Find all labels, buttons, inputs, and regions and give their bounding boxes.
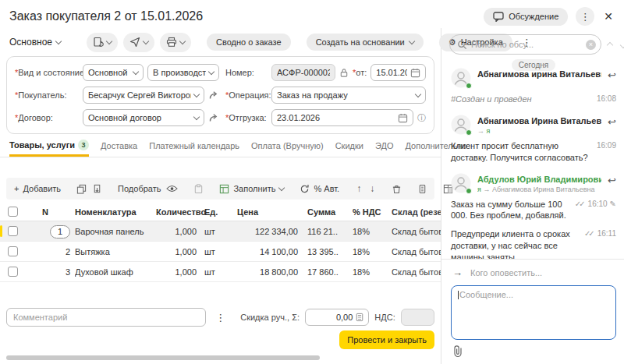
reply-icon[interactable]: ↩ <box>608 173 616 186</box>
clear-search-icon[interactable]: × <box>586 40 596 50</box>
shipment-date-field[interactable]: 23.01.2026 <box>271 109 413 126</box>
order-kind-select[interactable]: Основной <box>83 64 144 81</box>
recalc-auto-button[interactable]: % Авт. <box>300 184 339 194</box>
shipment-label: *Отгрузка: <box>225 113 268 122</box>
print-button[interactable] <box>160 33 191 52</box>
chevron-down-icon <box>193 113 200 119</box>
col-n: N <box>31 207 75 217</box>
table-row[interactable]: 2 Вытяжка 1,000 шт 14 100,00 13 395.. 18… <box>0 242 441 262</box>
chevron-down-icon <box>409 37 415 44</box>
reply-icon[interactable]: ↩ <box>608 68 616 81</box>
chevron-down-icon <box>620 42 624 48</box>
window-menu-button[interactable]: ⋮ <box>576 7 594 26</box>
message-list: Сегодня Абнагимова ирина Витальевна ↩ #С… <box>441 58 624 259</box>
read-checkmarks-icon: ✓✓ <box>584 229 595 238</box>
table-row[interactable]: 1 Варочная панель 1,000 шт 122 334,00 11… <box>0 221 441 242</box>
view-button[interactable] <box>166 185 178 193</box>
open-link-icon <box>208 90 219 100</box>
arrow-right-icon: → <box>452 267 463 278</box>
info-icon[interactable]: ⓘ <box>417 112 426 124</box>
buyer-select[interactable]: Бесарчук Сергей Викторович <box>83 87 204 104</box>
comment-input[interactable] <box>6 308 206 327</box>
read-checkmarks-icon: ✓✓ <box>575 200 586 208</box>
attach-file-button[interactable] <box>452 350 463 359</box>
open-link-icon <box>208 113 219 122</box>
message-author: Абнагимова ирина Витальевна <box>477 69 601 79</box>
tab-delivery[interactable]: Доставка <box>101 141 137 157</box>
plus-icon: + <box>14 184 19 193</box>
post-document-icon <box>93 37 104 48</box>
tab-payment-calendar[interactable]: Платежный календарь <box>149 141 239 157</box>
date-field[interactable]: 15.01.2026 16:08:51 <box>370 64 426 81</box>
tab-discounts[interactable]: Скидки <box>335 141 363 157</box>
message-body: Заказ на сумму больше 100 000. Без пробл… <box>451 199 616 222</box>
chevron-down-icon <box>278 184 285 190</box>
copy-row-button[interactable] <box>76 184 87 194</box>
message-author: Абдулов Юрий Владимирович <box>477 175 601 184</box>
create-based-on-button[interactable]: Создать на основании <box>307 34 424 51</box>
create-based-on-label: Создать на основании <box>316 37 405 47</box>
items-table: N Номенклатура Количество Ед. Цена Сумма… <box>0 203 441 282</box>
comment-more-button[interactable]: ⋮ <box>211 312 229 323</box>
search-input[interactable] <box>471 40 582 49</box>
tab-edo[interactable]: ЭДО <box>375 141 394 157</box>
tab-count-badge: 3 <box>78 140 89 150</box>
chevron-down-icon <box>415 90 421 97</box>
copy-list-button[interactable] <box>417 184 427 194</box>
section-menu-osnovnoe[interactable]: Основное <box>9 37 61 48</box>
insert-row-button[interactable] <box>92 184 102 194</box>
col-price: Цена <box>237 207 307 217</box>
search-icon <box>457 40 467 50</box>
move-row-down-button[interactable]: ↓ <box>368 183 376 194</box>
message-time: 16:08 <box>597 94 616 103</box>
move-row-up-button[interactable]: ↑ <box>355 183 363 194</box>
tab-payment-manual[interactable]: Оплата (Вручную) <box>251 141 324 157</box>
message-header: Абдулов Юрий Владимирович я → Абнагимова… <box>451 173 616 193</box>
discussion-button[interactable]: Обсуждение <box>484 8 568 26</box>
row-checkbox[interactable] <box>8 246 18 256</box>
post-and-close-button[interactable]: Провести и закрыть <box>339 330 434 349</box>
kind-state-label: *Вид и состояние: <box>15 68 79 77</box>
order-summary-label: Сводно о заказе <box>216 37 282 47</box>
message-input[interactable]: Сообщение... <box>451 285 616 340</box>
send-button[interactable] <box>123 33 154 52</box>
number-field: АСФР-000002 <box>271 64 335 81</box>
fill-button[interactable]: Заполнить <box>219 184 284 194</box>
delete-row-button[interactable] <box>392 184 402 194</box>
order-state-select[interactable]: В производстве <box>147 64 219 81</box>
open-contract-button[interactable] <box>208 113 219 122</box>
row-checkbox[interactable] <box>8 226 18 236</box>
chevron-down-icon <box>55 37 62 44</box>
insert-row-icon <box>92 184 102 194</box>
reply-icon[interactable]: ↩ <box>608 115 616 128</box>
kebab-icon: ⋮ <box>580 11 590 23</box>
pick-items-button[interactable]: Подобрать <box>118 184 161 193</box>
table-row[interactable]: 3 Духовой шкаф 1,000 шт 18 800,00 17 860… <box>0 262 441 282</box>
edit-message-icon[interactable]: ✎ <box>610 200 616 208</box>
horizontal-scrollbar[interactable] <box>6 355 320 360</box>
operation-select[interactable]: Заказ на продажу <box>271 87 426 104</box>
message-header: Абнагимова Ирина Витальевна → я ↩ <box>451 115 616 135</box>
operation-label: *Операция: <box>225 90 268 100</box>
tab-goods-services[interactable]: Товары, услуги3 <box>9 140 89 157</box>
printer-icon <box>166 37 177 48</box>
send-icon <box>129 37 140 48</box>
current-cell-box: 1 <box>50 225 70 239</box>
close-button[interactable]: ✕ <box>602 10 615 23</box>
manual-discount-field[interactable]: 0,00 <box>305 309 369 326</box>
avatar <box>451 68 471 88</box>
message-body: #Создан и проведен 16:08 <box>451 94 616 105</box>
contract-select[interactable]: Основной договор <box>83 109 204 126</box>
chevron-down-icon <box>133 68 139 74</box>
chat-bubble-icon <box>493 12 504 22</box>
row-checkbox[interactable] <box>8 267 18 277</box>
discussion-search[interactable]: × <box>449 34 601 55</box>
add-row-button[interactable]: +Добавить <box>14 184 61 193</box>
open-buyer-button[interactable] <box>208 90 219 100</box>
message-time: 16:09 <box>597 141 616 150</box>
order-summary-button[interactable]: Сводно о заказе <box>207 34 291 51</box>
lock-icon[interactable] <box>339 68 349 78</box>
select-all-checkbox[interactable] <box>8 207 18 217</box>
post-document-button[interactable] <box>87 33 118 52</box>
notify-whom-field[interactable]: → Кого оповестить... <box>451 263 616 285</box>
